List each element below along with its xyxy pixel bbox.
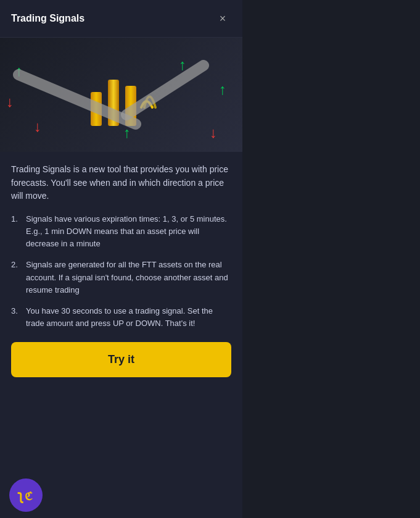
list-number-1: 1. <box>11 213 21 250</box>
list-item: 1. Signals have various expiration times… <box>11 213 231 250</box>
chart-area: 09:55:50 GMT+4 ‹ Crypto IDX 83% <box>256 0 420 518</box>
list-text-1: Signals have various expiration times: 1… <box>26 213 231 250</box>
svg-text:ℭ: ℭ <box>25 490 33 503</box>
hero-area: ↑ ↓ ↑ ↓ ↑ ↓ ↑ <box>0 38 242 152</box>
slash-decoration <box>12 56 222 130</box>
list-text-2: Signals are generated for all the FTT as… <box>26 259 231 296</box>
panel-header: Trading Signals × <box>0 0 242 38</box>
feature-list: 1. Signals have various expiration times… <box>11 213 231 330</box>
panel-content: Trading Signals is a new tool that provi… <box>0 152 242 518</box>
list-item: 3. You have 30 seconds to use a trading … <box>11 305 231 330</box>
try-it-button[interactable]: Try it <box>11 342 231 377</box>
list-number-2: 2. <box>11 259 21 296</box>
list-text-3: You have 30 seconds to use a trading sig… <box>26 305 231 330</box>
panel-title: Trading Signals <box>11 13 84 24</box>
trading-signals-panel: Trading Signals × ↑ ↓ ↑ ↓ ↑ ↓ ↑ <box>0 0 242 518</box>
list-number-3: 3. <box>11 305 21 330</box>
list-item: 2. Signals are generated for all the FTT… <box>11 259 231 296</box>
svg-text:ʅ: ʅ <box>17 488 23 503</box>
intro-text: Trading Signals is a new tool that provi… <box>11 163 231 203</box>
bottom-logo[interactable]: ʅ ℭ <box>9 478 43 512</box>
close-button[interactable]: × <box>214 10 231 27</box>
